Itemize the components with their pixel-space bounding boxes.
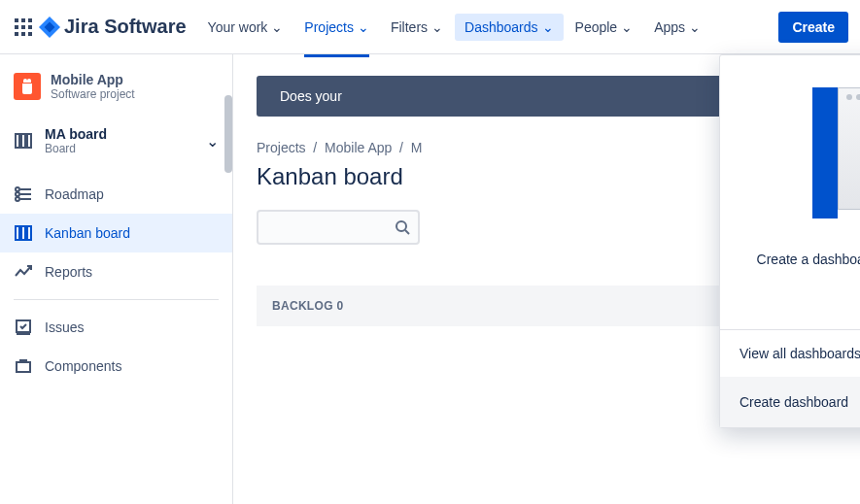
svg-point-12 [16, 187, 19, 191]
breadcrumb-mobile-app[interactable]: Mobile App [325, 140, 392, 155]
create-dashboard[interactable]: Create dashboard [720, 377, 860, 427]
main-content: Does your tand Projects / Mobile App / M… [233, 54, 860, 504]
chevron-down-icon: ⌄ [271, 19, 283, 35]
scrollbar-thumb[interactable] [224, 95, 232, 173]
svg-rect-0 [15, 18, 18, 22]
reports-icon [14, 262, 33, 282]
breadcrumb-current[interactable]: M [411, 140, 423, 155]
svg-rect-5 [28, 25, 32, 29]
chevron-down-icon: ⌄ [621, 19, 633, 35]
project-name: Mobile App [51, 72, 135, 87]
nav-apps[interactable]: Apps⌄ [644, 14, 710, 41]
svg-rect-2 [28, 18, 32, 22]
svg-rect-20 [27, 226, 31, 240]
sidebar-item-components[interactable]: Components [0, 347, 232, 386]
issues-icon [14, 318, 33, 337]
sidebar-item-label: Roadmap [45, 186, 104, 202]
svg-point-14 [16, 192, 19, 196]
dashboards-popover: Create a dashboard to track the status o… [719, 54, 860, 428]
brand-text: Jira Software [64, 16, 187, 38]
sidebar-item-label: Components [45, 358, 121, 374]
svg-point-24 [396, 221, 406, 231]
board-icon [14, 223, 33, 243]
chevron-down-icon: ⌄ [431, 19, 443, 35]
chevron-down-icon: ⌄ [206, 132, 219, 151]
primary-nav: Your work⌄ Projects⌄ Filters⌄ Dashboards… [198, 14, 710, 41]
top-nav: Jira Software Your work⌄ Projects⌄ Filte… [0, 0, 860, 54]
chevron-down-icon: ⌄ [689, 19, 701, 35]
svg-rect-23 [17, 362, 30, 372]
app-switcher-icon[interactable] [12, 16, 35, 39]
nav-people[interactable]: People⌄ [566, 14, 643, 41]
board-selector[interactable]: MA board Board ⌄ [14, 120, 219, 161]
create-button[interactable]: Create [778, 12, 848, 43]
learn-more-link[interactable]: Learn more [720, 296, 860, 329]
svg-rect-9 [16, 134, 19, 148]
roadmap-icon [14, 185, 33, 204]
svg-line-25 [405, 230, 409, 234]
sidebar-item-roadmap[interactable]: Roadmap [0, 175, 232, 214]
svg-rect-8 [28, 32, 32, 36]
sidebar-item-issues[interactable]: Issues [0, 308, 232, 347]
sidebar: Mobile App Software project MA board Boa… [0, 54, 233, 504]
svg-rect-10 [21, 134, 25, 148]
sidebar-item-reports[interactable]: Reports [0, 252, 232, 291]
nav-filters[interactable]: Filters⌄ [381, 14, 453, 41]
sidebar-item-label: Issues [45, 319, 84, 335]
search-icon [395, 219, 410, 235]
sidebar-item-label: Reports [45, 264, 92, 280]
svg-rect-7 [21, 32, 25, 36]
jira-logo[interactable]: Jira Software [39, 16, 187, 38]
popover-illustration [720, 55, 860, 250]
nav-dashboards[interactable]: Dashboards⌄ [455, 14, 564, 41]
board-sub: Board [45, 142, 107, 155]
view-all-dashboards[interactable]: View all dashboards [720, 330, 860, 377]
svg-rect-1 [21, 18, 25, 22]
chevron-down-icon: ⌄ [358, 19, 369, 35]
popover-description: Create a dashboard to track the status o… [720, 250, 860, 296]
components-icon [14, 356, 33, 376]
project-icon [14, 73, 41, 100]
banner-text-left: Does your [280, 88, 342, 104]
sidebar-item-kanban[interactable]: Kanban board [0, 214, 232, 252]
breadcrumb-projects[interactable]: Projects [257, 140, 306, 155]
svg-rect-19 [21, 226, 25, 240]
chevron-down-icon: ⌄ [542, 19, 554, 35]
board-name: MA board [45, 126, 107, 142]
nav-projects[interactable]: Projects⌄ [294, 14, 379, 41]
svg-point-16 [16, 197, 19, 201]
svg-rect-18 [16, 226, 19, 240]
board-icon [14, 131, 33, 151]
search-input[interactable] [257, 210, 420, 245]
svg-rect-6 [15, 32, 18, 36]
svg-rect-4 [21, 25, 25, 29]
sidebar-item-label: Kanban board [45, 225, 130, 241]
project-type: Software project [51, 87, 135, 101]
project-header[interactable]: Mobile App Software project [14, 72, 219, 101]
nav-your-work[interactable]: Your work⌄ [198, 14, 293, 41]
jira-icon [39, 17, 60, 38]
svg-rect-11 [27, 134, 31, 148]
sidebar-divider [14, 299, 219, 300]
svg-rect-3 [15, 25, 18, 29]
